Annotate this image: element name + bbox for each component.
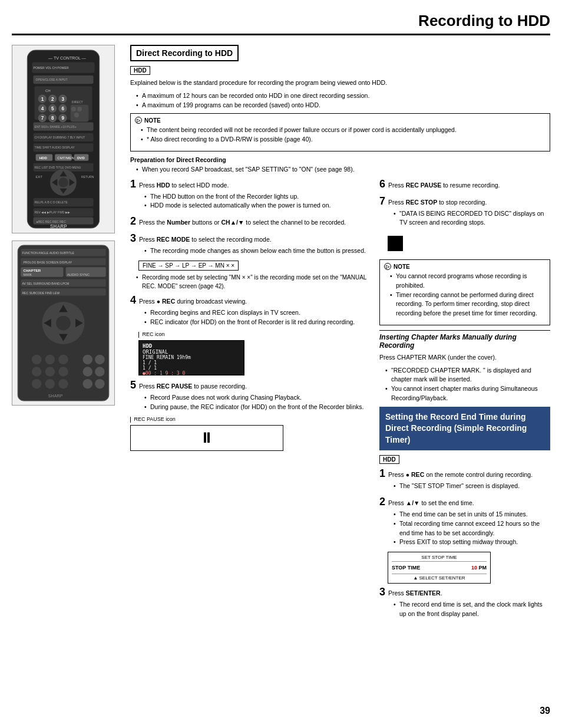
chapter-heading: Inserting Chapter Marks Manually during … (379, 330, 550, 350)
step-4: 4 Press ● REC during broadcast viewing. … (130, 294, 370, 327)
svg-text:5: 5 (51, 106, 54, 111)
rec-pause-icon-label: REC PAUSE icon (130, 416, 370, 423)
svg-text:AUDIO SYNC: AUDIO SYNC (67, 272, 90, 276)
page-title: Recording to HDD (418, 12, 550, 29)
step-num-5: 5 (130, 379, 136, 391)
svg-text:PROLOG  BASE  SCREEN  DISPLAY: PROLOG BASE SCREEN DISPLAY (23, 261, 72, 264)
step-text-3: Press REC MODE to select the recording m… (139, 235, 272, 245)
svg-text:6: 6 (61, 106, 64, 111)
step-text-4: Press ● REC during broadcast viewing. (139, 297, 247, 307)
steps-left-col: 1 Press HDD to select HDD mode. The HDD … (130, 178, 370, 624)
note-bullet: The content being recorded will not be r… (141, 126, 546, 135)
svg-text:7: 7 (41, 116, 44, 121)
svg-text:HDD: HDD (39, 156, 48, 160)
svg-text:3: 3 (61, 97, 64, 102)
timer-step-1: 1 Press ● REC on the remote control duri… (379, 467, 550, 491)
svg-point-30 (74, 113, 79, 117)
mode-note: Recording mode set by selecting "MN × ×"… (136, 273, 370, 291)
remote-image-bottom: FUNCTION ANGLE AUDIO SUBTITLE PROLOG BAS… (12, 241, 115, 406)
timer-step-text-3: Press SET/ENTER. (388, 589, 442, 598)
intro-bullets: A maximum of 12 hours can be recorded on… (130, 91, 550, 110)
svg-point-94 (95, 379, 105, 389)
timer-step-text-1: Press ● REC on the remote control during… (388, 470, 533, 480)
step-num-2: 2 (130, 215, 136, 228)
page-number: 39 (540, 706, 550, 716)
svg-text:CH DISPLAY  DUBBING 7 BLY  INP: CH DISPLAY DUBBING 7 BLY INPUT (35, 136, 85, 139)
timer-step-num-1: 1 (379, 467, 385, 480)
timer-step-num-2: 2 (379, 496, 385, 508)
step-3: 3 Press REC MODE to select the recording… (130, 232, 370, 256)
note-icon-2: ▷ (384, 263, 391, 270)
stop-timer-screen: SET STOP TIME STOP TIME 10 PM ▲ SELECT S… (388, 552, 491, 584)
note-box-2: ▷ NOTE You cannot record programs whose … (379, 259, 550, 325)
intro-text: Explained below is the standard procedur… (130, 78, 550, 88)
right-column: Direct Recording to HDD HDD Explained be… (130, 45, 550, 624)
note2-bullet-1: You cannot record programs whose recordi… (390, 272, 546, 291)
step-text-6: Press REC PAUSE to resume recording. (388, 181, 500, 190)
svg-text:AV SEL  SURROUND  BAND  LPCM: AV SEL SURROUND BAND LPCM (22, 282, 69, 285)
svg-text:OPEN/CLOSE    A    INPUT: OPEN/CLOSE A INPUT (36, 78, 68, 81)
setting-box: Setting the Record End Time during Direc… (379, 407, 550, 451)
svg-text:EXIT: EXIT (36, 175, 42, 179)
svg-point-28 (71, 107, 76, 111)
disc-stopped-icon (388, 232, 550, 256)
step-5: 5 Press REC PAUSE to pause recording. Re… (130, 379, 370, 412)
step-sub-bullet: Recording begins and REC icon displays i… (144, 308, 370, 318)
rec-pause-symbol-box: ⏸ (130, 425, 283, 451)
svg-text:TIME SHIFT  AUDIO  DISPLAY: TIME SHIFT AUDIO DISPLAY (35, 146, 75, 149)
timer-sub-bullet: Total recording time cannot exceed 12 ho… (394, 519, 550, 538)
timer-sub-bullet: The record end time is set, and the cloc… (394, 600, 550, 619)
timer-hdd-badge: HDD (379, 455, 399, 464)
svg-text:MARK: MARK (23, 273, 32, 276)
prep-bullet: When you record SAP broadcast, set "SAP … (136, 165, 550, 174)
step-sub-bullet: The HDD button on the front of the Recor… (144, 192, 370, 202)
step-2: 2 Press the Number buttons or CH▲/▼ to s… (130, 215, 370, 228)
svg-text:1: 1 (41, 97, 44, 102)
step-num-4: 4 (130, 294, 136, 307)
step-sub-bullet-7: "DATA IS BEING RECORDED TO DISC" display… (394, 209, 550, 228)
section-heading: Direct Recording to HDD (130, 45, 239, 61)
svg-point-92 (95, 367, 105, 377)
prep-heading: Preparation for Direct Recording (130, 156, 550, 163)
screen-line-3: FINE REMAIN 19h9m (143, 355, 240, 360)
screen-row-label: STOP TIME (392, 565, 420, 571)
step-text-1: Press HDD to select HDD mode. (139, 181, 229, 190)
svg-point-85 (58, 367, 68, 377)
chapter-bullet-1: "RECORDED CHAPTER MARK. " is displayed a… (385, 366, 550, 385)
svg-text:SHARP: SHARP (50, 224, 67, 229)
svg-text:9: 9 (61, 116, 64, 121)
note-bullets: The content being recorded will not be r… (135, 126, 546, 144)
timer-step-num-3: 3 (379, 586, 385, 598)
svg-text:2: 2 (51, 97, 54, 102)
svg-point-90 (95, 355, 105, 365)
step-text-2: Press the Number buttons or CH▲/▼ to sel… (139, 218, 346, 228)
step-6: 6 Press REC PAUSE to resume recording. (379, 178, 550, 190)
note-header-1: ▷ NOTE (135, 117, 546, 124)
step-num-3: 3 (130, 232, 136, 245)
bullet-item: A maximum of 12 hours can be recorded on… (136, 91, 550, 101)
page-header: Recording to HDD (12, 12, 550, 35)
left-column: — TV CONTROL — POWER VOL CH POWER OPEN/C… (12, 45, 121, 624)
note-icon-1: ▷ (135, 117, 142, 124)
screen-line-1: HDD (143, 343, 240, 349)
steps-right-col: 6 Press REC PAUSE to resume recording. 7… (379, 178, 550, 624)
rec-screen-display: HDD ORIGINAL FINE REMAIN 19h9m 1 / 1 1 /… (138, 340, 244, 375)
step-text-7: Press REC STOP to stop recording. (388, 198, 487, 207)
svg-text:4: 4 (41, 106, 44, 111)
timer-sub-bullet: Press EXIT to stop setting midway throug… (394, 538, 550, 547)
svg-text:CHAPTER: CHAPTER (23, 268, 41, 272)
svg-point-86 (32, 379, 42, 389)
svg-text:FUNCTION  ANGLE  AUDIO  SUBTIT: FUNCTION ANGLE AUDIO SUBTITLE (22, 251, 74, 255)
svg-point-29 (77, 107, 82, 111)
timer-sub-bullet: The end time can be set in units of 15 m… (394, 510, 550, 519)
note-box-1: ▷ NOTE The content being recorded will n… (130, 113, 550, 151)
bullet-item: A maximum of 199 programs can be recorde… (136, 101, 550, 110)
screen-line-5: 1 / 1 (143, 365, 240, 371)
remote-image-top: — TV CONTROL — POWER VOL CH POWER OPEN/C… (12, 45, 115, 233)
step-sub-bullet: The recording mode changes as shown belo… (144, 246, 370, 256)
svg-point-80 (32, 355, 42, 365)
step-sub-bullet: Record Pause does not work during Chasin… (144, 393, 370, 403)
svg-text:DIRECT: DIRECT (72, 100, 83, 104)
svg-text:8: 8 (51, 116, 54, 121)
prep-bullets: When you record SAP broadcast, set "SAP … (130, 165, 550, 174)
